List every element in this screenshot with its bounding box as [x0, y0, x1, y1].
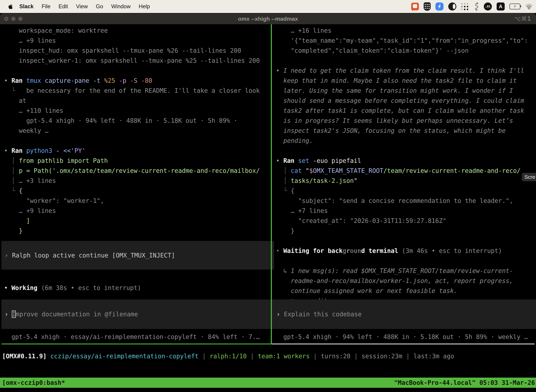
- terminal-line: inspect_hud: omx sparkshell --tmux-pane …: [1, 46, 271, 56]
- menu-item-edit[interactable]: Edit: [54, 3, 72, 10]
- right-pane-model-statusline: gpt-5.4 xhigh · 94% left · 488K in · 5.1…: [273, 332, 536, 342]
- battery-icon[interactable]: ⚡: [509, 4, 520, 9]
- terminal-line: │ … +3 lines: [1, 176, 271, 186]
- squiggle-icon[interactable]: [473, 2, 479, 11]
- window-title: omx --xhigh --madmax: [0, 13, 536, 24]
- menu-item-slack[interactable]: Slack: [15, 3, 38, 10]
- terminal-line: '{"team_name":"my-team","task_id":"1","f…: [273, 36, 535, 46]
- contrast-circle-icon[interactable]: [448, 2, 456, 10]
- terminal-line: │ from pathlib import Path: [1, 156, 271, 166]
- terminal-line: • Ran python3 - <<'PY': [1, 146, 271, 156]
- terminal-content: workspace_mode: worktree … +9 lines insp…: [0, 24, 536, 392]
- left-pane-bottom-border: [1, 344, 272, 344]
- charging-bolt-icon: ⚡: [513, 5, 516, 9]
- terminal-line: [273, 56, 535, 66]
- window-shortcut-hint: ⌥⌘1: [514, 13, 531, 24]
- omx-session-statusbar: [OMX#0.11.9] cczip/essay/ai-reimplementa…: [2, 351, 536, 361]
- terminal-line: [1, 136, 271, 146]
- menu-item-window[interactable]: Window: [107, 3, 134, 10]
- terminal-line: [273, 236, 535, 246]
- dots-grid-icon[interactable]: [461, 3, 468, 10]
- terminal-line: continue assigned work or next feasible …: [273, 286, 535, 296]
- screen: Slack File Edit View Go Window Help ..61…: [0, 0, 536, 392]
- terminal-line: • I need to get the claim token from the…: [273, 66, 535, 76]
- screen-tooltip: Scre: [522, 173, 536, 181]
- terminal-line: • Ran tmux capture-pane -t %25 -p -S -80: [1, 76, 271, 86]
- terminal-line: }: [273, 226, 535, 236]
- terminal-line: │ p = Path('.omx/state/team/review-curre…: [1, 166, 271, 176]
- terminal-line: at: [1, 96, 271, 106]
- terminal-line: weekly …: [1, 126, 271, 136]
- terminal-line: "subject": "send a concise recommendatio…: [273, 196, 535, 206]
- terminal-line: workspace_mode: worktree: [1, 26, 271, 36]
- terminal-line: … +16 lines: [273, 26, 535, 36]
- terminal-line: inspect task2's JSON, focusing on the st…: [273, 126, 535, 136]
- terminal-line: inspect_worker-1: omx sparkshell --tmux-…: [1, 56, 271, 66]
- terminal-line: └ {: [273, 186, 535, 196]
- right-pane-bottom-border: [272, 344, 535, 344]
- left-pane-prompt-input[interactable]: › Improve documentation in @filename: [1, 299, 274, 329]
- left-pane-notice-box: › Ralph loop active continue [OMX_TMUX_I…: [1, 241, 274, 270]
- terminal-line: … +7 lines: [273, 206, 535, 216]
- percent-61-icon[interactable]: ..61: [484, 2, 492, 10]
- menu-item-go[interactable]: Go: [92, 3, 107, 10]
- terminal-line: │ tasks/task-2.json": [273, 176, 535, 186]
- blue-bolt-icon[interactable]: [436, 2, 444, 10]
- terminal-line: [273, 146, 535, 156]
- left-pane-working-status: • Working (6m 38s • esc to interrupt): [1, 283, 273, 293]
- menu-item-view[interactable]: View: [72, 3, 92, 10]
- terminal-line: "worker": "worker-1",: [1, 196, 271, 206]
- terminal-line: … +9 lines: [1, 36, 271, 46]
- terminal-line: gpt-5.4 xhigh · 94% left · 488K in · 5.1…: [1, 116, 271, 126]
- terminal-line: … +9 lines: [1, 206, 271, 216]
- menu-item-help[interactable]: Help: [135, 3, 154, 10]
- terminal-line: ]: [1, 216, 271, 226]
- terminal-line: … +110 lines: [1, 106, 271, 116]
- wifi-icon[interactable]: [525, 4, 533, 9]
- terminal-line: └ {: [1, 186, 271, 196]
- tmux-session-name[interactable]: [omx-cczip0:bash*: [0, 379, 65, 386]
- left-pane-model-statusline: gpt-5.4 xhigh · essay/ai-reimplementatio…: [1, 332, 281, 342]
- terminal-line: pending.: [273, 136, 535, 146]
- menubar-status-icons: ..61 A ⚡: [411, 0, 533, 13]
- tmux-statusbar: [omx-cczip0:bash* "MacBook-Pro-44.local"…: [0, 378, 536, 388]
- right-pane-prompt-input[interactable]: › Explain this codebase: [273, 299, 536, 329]
- input-source-icon[interactable]: A: [497, 2, 505, 10]
- window-titlebar[interactable]: omx --xhigh --madmax ⌥⌘1: [0, 13, 536, 24]
- tmux-host-clock: "MacBook-Pro-44.local" 05:03 31-Mar-26: [394, 379, 536, 386]
- terminal-line: later. Using the same for transition mig…: [273, 86, 535, 96]
- terminal-line: [273, 256, 535, 266]
- shield-grid-icon[interactable]: [424, 2, 431, 11]
- menu-item-file[interactable]: File: [38, 3, 54, 10]
- terminal-line: }: [1, 226, 271, 236]
- tmux-pane-divider[interactable]: [271, 24, 272, 344]
- terminal-line: • Ran set -euo pipefail: [273, 156, 535, 166]
- terminal-line: • Waiting for background terminal (3m 46…: [273, 246, 535, 256]
- terminal-line: keep that in mind. Maybe I also need the…: [273, 76, 535, 86]
- terminal-line: is in progress? It seems likely but perh…: [273, 116, 535, 126]
- chat-app-icon[interactable]: [411, 3, 419, 10]
- terminal-line: ↳ 1 new msg(s): read $OMX_TEAM_STATE_ROO…: [273, 266, 535, 276]
- terminal-line: "completed","claim_token":"claim-token"}…: [273, 46, 535, 56]
- terminal-line: readme-and-reco/mailbox/worker-1.json, a…: [273, 276, 535, 286]
- terminal-line: │ cat "$OMX_TEAM_STATE_ROOT/team/review-…: [273, 166, 535, 176]
- terminal-line: task2 after task1 is complete, but can I…: [273, 106, 535, 116]
- terminal-line: └ be necessary for the end of the README…: [1, 86, 271, 96]
- left-pane-scrollback[interactable]: workspace_mode: worktree … +9 lines insp…: [1, 26, 271, 240]
- macos-menubar: Slack File Edit View Go Window Help ..61…: [0, 0, 536, 13]
- terminal-line: [1, 66, 271, 76]
- right-pane-scrollback[interactable]: … +16 lines '{"team_name":"my-team","tas…: [273, 26, 535, 307]
- terminal-window: omx --xhigh --madmax ⌥⌘1 workspace_mode:…: [0, 13, 536, 392]
- terminal-line: should send a message before completing …: [273, 96, 535, 106]
- terminal-line: "created_at": "2026-03-31T11:59:27.816Z": [273, 216, 535, 226]
- apple-menu-icon[interactable]: [8, 4, 13, 9]
